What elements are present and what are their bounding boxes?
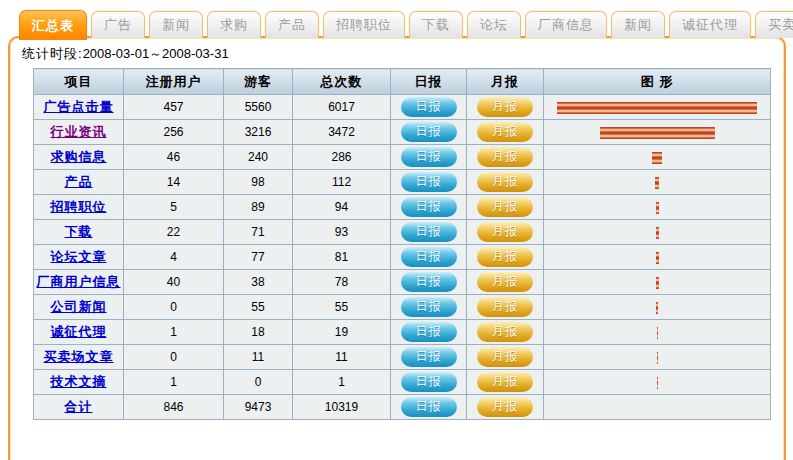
monthly-report-button[interactable]: 月报 xyxy=(477,397,533,417)
total-count-cell: 286 xyxy=(293,145,391,170)
tab-买卖场文章[interactable]: 买卖场文章 xyxy=(755,11,793,38)
table-row: 下载227193日报月报 xyxy=(34,220,771,245)
guests-cell: 71 xyxy=(224,220,293,245)
item-link[interactable]: 行业资讯 xyxy=(51,124,107,139)
table-row: 公司新闻05555日报月报 xyxy=(34,295,771,320)
table-row: 合计846947310319日报月报 xyxy=(34,395,771,420)
guests-cell: 0 xyxy=(224,370,293,395)
tab-新闻[interactable]: 新闻 xyxy=(611,11,665,38)
daily-report-button[interactable]: 日报 xyxy=(401,197,457,217)
column-header: 注册用户 xyxy=(124,69,224,95)
tab-厂商信息[interactable]: 厂商信息 xyxy=(525,11,607,38)
daily-report-cell: 日报 xyxy=(391,95,467,120)
table-row: 厂商用户信息403878日报月报 xyxy=(34,270,771,295)
daily-report-button[interactable]: 日报 xyxy=(401,97,457,117)
graph-cell xyxy=(544,170,771,195)
item-link[interactable]: 招聘职位 xyxy=(51,199,107,214)
monthly-report-button[interactable]: 月报 xyxy=(477,247,533,267)
monthly-report-button[interactable]: 月报 xyxy=(477,272,533,292)
item-cell: 下载 xyxy=(34,220,124,245)
registered-users-cell: 46 xyxy=(124,145,224,170)
monthly-report-button[interactable]: 月报 xyxy=(477,147,533,167)
value-bar xyxy=(656,277,659,289)
table-row: 招聘职位58994日报月报 xyxy=(34,195,771,220)
tab-汇总表-active[interactable]: 汇总表 xyxy=(19,10,87,40)
table-row: 求购信息46240286日报月报 xyxy=(34,145,771,170)
daily-report-button[interactable]: 日报 xyxy=(401,172,457,192)
tab-招聘职位[interactable]: 招聘职位 xyxy=(323,11,405,38)
stats-table: 项目注册用户游客总次数日报月报图 形 广告点击量45755606017日报月报行… xyxy=(33,68,771,420)
graph-cell xyxy=(544,370,771,395)
monthly-report-button[interactable]: 月报 xyxy=(477,122,533,142)
table-row: 诚征代理11819日报月报 xyxy=(34,320,771,345)
item-link[interactable]: 广告点击量 xyxy=(44,99,114,114)
guests-cell: 55 xyxy=(224,295,293,320)
graph-cell xyxy=(544,295,771,320)
daily-report-button[interactable]: 日报 xyxy=(401,247,457,267)
total-count-cell: 93 xyxy=(293,220,391,245)
stat-period-label: 统计时段: xyxy=(22,46,83,61)
value-bar xyxy=(657,352,658,364)
daily-report-button[interactable]: 日报 xyxy=(401,372,457,392)
content-panel: 统计时段:2008-03-01～2008-03-31 项目注册用户游客总次数日报… xyxy=(8,36,786,460)
daily-report-cell: 日报 xyxy=(391,345,467,370)
daily-report-cell: 日报 xyxy=(391,170,467,195)
monthly-report-button[interactable]: 月报 xyxy=(477,172,533,192)
tab-下载[interactable]: 下载 xyxy=(409,11,463,38)
daily-report-button[interactable]: 日报 xyxy=(401,347,457,367)
guests-cell: 77 xyxy=(224,245,293,270)
item-cell: 论坛文章 xyxy=(34,245,124,270)
daily-report-button[interactable]: 日报 xyxy=(401,297,457,317)
item-link[interactable]: 求购信息 xyxy=(51,149,107,164)
daily-report-button[interactable]: 日报 xyxy=(401,147,457,167)
monthly-report-button[interactable]: 月报 xyxy=(477,372,533,392)
tab-论坛[interactable]: 论坛 xyxy=(467,11,521,38)
item-link[interactable]: 买卖场文章 xyxy=(44,349,114,364)
tab-产品[interactable]: 产品 xyxy=(265,11,319,38)
registered-users-cell: 256 xyxy=(124,120,224,145)
monthly-report-cell: 月报 xyxy=(467,195,544,220)
item-link[interactable]: 合计 xyxy=(65,399,93,414)
daily-report-cell: 日报 xyxy=(391,320,467,345)
daily-report-cell: 日报 xyxy=(391,395,467,420)
tab-新闻[interactable]: 新闻 xyxy=(149,11,203,38)
monthly-report-cell: 月报 xyxy=(467,395,544,420)
graph-cell xyxy=(544,245,771,270)
daily-report-button[interactable]: 日报 xyxy=(401,322,457,342)
item-link[interactable]: 厂商用户信息 xyxy=(37,274,121,289)
table-row: 买卖场文章01111日报月报 xyxy=(34,345,771,370)
daily-report-cell: 日报 xyxy=(391,270,467,295)
item-cell: 公司新闻 xyxy=(34,295,124,320)
monthly-report-button[interactable]: 月报 xyxy=(477,222,533,242)
item-cell: 行业资讯 xyxy=(34,120,124,145)
item-link[interactable]: 诚征代理 xyxy=(51,324,107,339)
monthly-report-cell: 月报 xyxy=(467,120,544,145)
monthly-report-button[interactable]: 月报 xyxy=(477,97,533,117)
item-link[interactable]: 论坛文章 xyxy=(51,249,107,264)
registered-users-cell: 22 xyxy=(124,220,224,245)
tab-求购[interactable]: 求购 xyxy=(207,11,261,38)
table-row: 行业资讯25632163472日报月报 xyxy=(34,120,771,145)
item-cell: 求购信息 xyxy=(34,145,124,170)
monthly-report-button[interactable]: 月报 xyxy=(477,322,533,342)
daily-report-cell: 日报 xyxy=(391,245,467,270)
table-header-row: 项目注册用户游客总次数日报月报图 形 xyxy=(34,69,771,95)
monthly-report-button[interactable]: 月报 xyxy=(477,347,533,367)
graph-cell xyxy=(544,145,771,170)
item-cell: 广告点击量 xyxy=(34,95,124,120)
monthly-report-button[interactable]: 月报 xyxy=(477,197,533,217)
monthly-report-button[interactable]: 月报 xyxy=(477,297,533,317)
daily-report-button[interactable]: 日报 xyxy=(401,222,457,242)
daily-report-button[interactable]: 日报 xyxy=(401,122,457,142)
tab-广告[interactable]: 广告 xyxy=(91,11,145,38)
item-link[interactable]: 产品 xyxy=(65,174,93,189)
daily-report-button[interactable]: 日报 xyxy=(401,397,457,417)
item-link[interactable]: 技术文摘 xyxy=(51,374,107,389)
item-cell: 买卖场文章 xyxy=(34,345,124,370)
value-bar xyxy=(657,377,658,389)
tab-诚征代理[interactable]: 诚征代理 xyxy=(669,11,751,38)
total-count-cell: 10319 xyxy=(293,395,391,420)
item-link[interactable]: 公司新闻 xyxy=(51,299,107,314)
daily-report-button[interactable]: 日报 xyxy=(401,272,457,292)
item-link[interactable]: 下载 xyxy=(65,224,93,239)
